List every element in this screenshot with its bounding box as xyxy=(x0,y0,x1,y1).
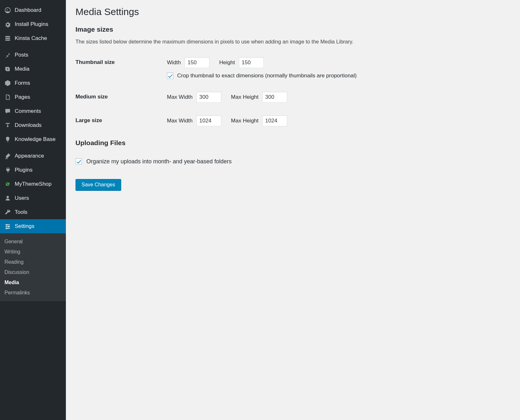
medium-maxw-label: Max Width xyxy=(167,94,193,100)
sidebar-item-label: Pages xyxy=(15,94,30,101)
settings-submenu-reading[interactable]: Reading xyxy=(0,257,66,267)
settings-submenu-media[interactable]: Media xyxy=(0,277,66,288)
sidebar-item-label: Plugins xyxy=(15,167,33,174)
pin-icon xyxy=(4,51,12,59)
sidebar-item-label: Dashboard xyxy=(15,7,41,14)
media-icon xyxy=(4,65,12,73)
sidebar-item-media[interactable]: Media xyxy=(0,62,66,76)
sidebar-item-appearance[interactable]: Appearance xyxy=(0,149,66,163)
server-icon xyxy=(4,35,12,42)
settings-submenu-discussion[interactable]: Discussion xyxy=(0,267,66,277)
main-content: Media Settings Image sizes The sizes lis… xyxy=(66,0,520,420)
sidebar-item-label: MyThemeShop xyxy=(15,181,51,188)
gear-icon xyxy=(4,20,12,28)
save-changes-button[interactable]: Save Changes xyxy=(75,179,121,191)
sliders-icon xyxy=(4,222,12,230)
thumbnail-height-input[interactable] xyxy=(239,57,264,68)
brush-icon xyxy=(4,152,12,160)
sidebar-item-settings[interactable]: Settings xyxy=(0,219,66,233)
sidebar-item-label: Comments xyxy=(15,108,41,115)
sidebar-item-dashboard[interactable]: Dashboard xyxy=(0,3,66,17)
sidebar-item-label: Users xyxy=(15,195,29,202)
sidebar-item-mythemeshop[interactable]: MyThemeShop xyxy=(0,177,66,191)
settings-submenu-writing[interactable]: Writing xyxy=(0,247,66,257)
sidebar-item-posts[interactable]: Posts xyxy=(0,48,66,62)
section-uploading-title: Uploading Files xyxy=(75,139,510,147)
sidebar-item-label: Posts xyxy=(15,51,28,58)
row-medium-size: Medium size Max Width Max Height xyxy=(75,92,510,103)
sidebar-item-label: Appearance xyxy=(15,152,44,159)
organize-uploads-label: Organize my uploads into month- and year… xyxy=(86,158,232,165)
large-maxh-input[interactable] xyxy=(262,115,287,126)
sidebar-item-label: Install Plugins xyxy=(15,21,48,28)
large-maxw-label: Max Width xyxy=(167,118,193,124)
row-large-size: Large size Max Width Max Height xyxy=(75,115,510,126)
refresh-icon xyxy=(4,180,12,188)
page-title: Media Settings xyxy=(75,6,510,17)
sidebar-item-comments[interactable]: Comments xyxy=(0,104,66,118)
thumbnail-width-label: Width xyxy=(167,59,181,66)
wrench-icon xyxy=(4,208,12,216)
sidebar-item-downloads[interactable]: Downloads xyxy=(0,118,66,132)
sidebar-item-forms[interactable]: Forms xyxy=(0,76,66,90)
sidebar-item-label: Media xyxy=(15,66,29,73)
sidebar-item-label: Downloads xyxy=(15,122,42,129)
sidebar-item-knowledge-base[interactable]: Knowledge Base xyxy=(0,132,66,146)
section-image-sizes-desc: The sizes listed below determine the max… xyxy=(75,38,510,46)
thumbnail-width-input[interactable] xyxy=(185,57,209,68)
thumbnail-crop-label: Crop thumbnail to exact dimensions (norm… xyxy=(177,73,357,79)
row-thumbnail-size: Thumbnail size Width Height Crop thumbna… xyxy=(75,57,510,79)
user-icon xyxy=(4,194,12,202)
thumbnail-crop-checkbox[interactable] xyxy=(167,73,173,79)
row-label-medium: Medium size xyxy=(75,92,167,100)
dashboard-icon xyxy=(4,6,12,14)
sidebar-item-users[interactable]: Users xyxy=(0,191,66,205)
sidebar-item-kinsta-cache[interactable]: Kinsta Cache xyxy=(0,31,66,45)
download-icon xyxy=(4,121,12,129)
sidebar-item-install-plugins[interactable]: Install Plugins xyxy=(0,17,66,31)
sidebar-item-label: Kinsta Cache xyxy=(15,35,47,42)
thumbnail-height-label: Height xyxy=(219,59,235,66)
row-label-thumbnail: Thumbnail size xyxy=(75,57,167,66)
large-maxw-input[interactable] xyxy=(196,115,221,126)
sidebar-item-plugins[interactable]: Plugins xyxy=(0,163,66,177)
organize-uploads-checkbox[interactable] xyxy=(75,158,82,165)
sidebar-item-pages[interactable]: Pages xyxy=(0,90,66,104)
bulb-icon xyxy=(4,136,12,143)
plug-icon xyxy=(4,166,12,174)
admin-sidebar: DashboardInstall PluginsKinsta Cache Pos… xyxy=(0,0,66,420)
medium-maxh-label: Max Height xyxy=(231,94,258,100)
settings-submenu-general[interactable]: General xyxy=(0,237,66,247)
sidebar-item-label: Settings xyxy=(15,223,34,230)
medium-maxh-input[interactable] xyxy=(262,92,287,103)
row-organize-uploads: Organize my uploads into month- and year… xyxy=(75,158,510,165)
sidebar-item-label: Tools xyxy=(15,209,28,216)
sidebar-item-label: Forms xyxy=(15,80,30,87)
pages-icon xyxy=(4,93,12,101)
sidebar-item-tools[interactable]: Tools xyxy=(0,205,66,219)
forms-icon xyxy=(4,79,12,87)
medium-maxw-input[interactable] xyxy=(196,92,221,103)
comment-icon xyxy=(4,107,12,115)
sidebar-item-label: Knowledge Base xyxy=(15,136,56,143)
section-image-sizes-title: Image sizes xyxy=(75,26,510,33)
row-label-large: Large size xyxy=(75,115,167,124)
settings-submenu-permalinks[interactable]: Permalinks xyxy=(0,288,66,298)
large-maxh-label: Max Height xyxy=(231,118,258,124)
